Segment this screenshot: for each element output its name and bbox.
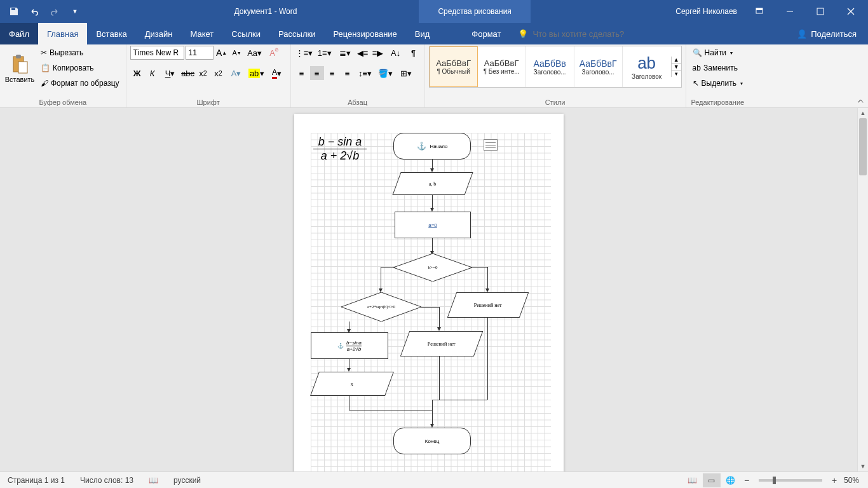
shape-decision-denom[interactable]: a+2*sqrt(b)<>0 bbox=[341, 292, 421, 322]
align-left-button[interactable]: ≡ bbox=[295, 66, 309, 80]
replace-button[interactable]: abЗаменить bbox=[690, 61, 745, 75]
copy-button[interactable]: 📋Копировать bbox=[38, 61, 122, 75]
maximize-button[interactable] bbox=[806, 0, 835, 23]
zoom-slider[interactable] bbox=[759, 479, 822, 482]
bullets-button[interactable]: ⋮≡▾ bbox=[295, 46, 314, 60]
search-icon: 🔍 bbox=[693, 48, 702, 57]
undo-button[interactable] bbox=[25, 3, 43, 20]
gallery-down[interactable]: ▼ bbox=[672, 64, 681, 71]
tab-review[interactable]: Рецензирование bbox=[324, 23, 405, 44]
tab-mailings[interactable]: Рассылки bbox=[269, 23, 324, 44]
minimize-button[interactable] bbox=[775, 0, 804, 23]
strikethrough-button[interactable]: abc bbox=[181, 66, 195, 80]
page-number[interactable]: Страница 1 из 1 bbox=[0, 476, 72, 485]
superscript-button[interactable]: x2 bbox=[212, 66, 226, 80]
shape-output-x[interactable]: x bbox=[315, 372, 390, 396]
sort-button[interactable]: A↓ bbox=[386, 46, 405, 60]
clear-formatting-button[interactable]: A⊘ bbox=[266, 46, 280, 60]
align-right-button[interactable]: ≡ bbox=[325, 66, 339, 80]
scroll-up-button[interactable]: ▲ bbox=[858, 108, 868, 118]
style-title[interactable]: аbЗаголовок bbox=[623, 46, 671, 87]
font-size-input[interactable] bbox=[186, 46, 214, 60]
collapse-ribbon-button[interactable]: ᨈ bbox=[858, 96, 864, 105]
scroll-down-button[interactable]: ▼ bbox=[858, 461, 868, 471]
save-button[interactable] bbox=[5, 3, 23, 20]
grow-font-button[interactable]: A▲ bbox=[215, 46, 229, 60]
gallery-more[interactable]: ▾ bbox=[672, 71, 681, 77]
tab-references[interactable]: Ссылки bbox=[222, 23, 269, 44]
shape-input-ab[interactable]: a, b bbox=[397, 172, 469, 195]
ribbon-display-options-button[interactable] bbox=[745, 0, 774, 23]
style-normal[interactable]: АаБбВвГ¶ Обычный bbox=[430, 46, 478, 87]
select-button[interactable]: ↖Выделить▾ bbox=[690, 76, 745, 90]
borders-button[interactable]: ⊞▾ bbox=[397, 66, 416, 80]
font-color-button[interactable]: A▾ bbox=[268, 66, 287, 80]
tab-view[interactable]: Вид bbox=[406, 23, 439, 44]
numbering-button[interactable]: 1≡▾ bbox=[315, 46, 334, 60]
language-button[interactable]: русский bbox=[166, 476, 208, 485]
highlight-button[interactable]: ab▾ bbox=[247, 66, 266, 80]
svg-rect-8 bbox=[18, 62, 27, 73]
style-heading2[interactable]: АаБбВвГЗаголово... bbox=[574, 46, 623, 87]
font-name-input[interactable] bbox=[130, 46, 184, 60]
formula-display[interactable]: b − sin a a + 2√b bbox=[313, 135, 367, 163]
shape-no-solution-center[interactable]: Решений нет bbox=[405, 331, 478, 356]
tab-design[interactable]: Дизайн bbox=[136, 23, 182, 44]
gallery-up[interactable]: ▲ bbox=[672, 57, 681, 64]
shrink-font-button[interactable]: A▼ bbox=[230, 46, 244, 60]
layout-options-icon[interactable] bbox=[484, 139, 498, 151]
shading-button[interactable]: 🪣▾ bbox=[376, 66, 395, 80]
tab-insert[interactable]: Вставка bbox=[87, 23, 135, 44]
share-button[interactable]: 👤 Поделиться bbox=[785, 23, 868, 44]
print-layout-button[interactable]: ▭ bbox=[703, 473, 721, 487]
vertical-scrollbar[interactable]: ▲ ▼ bbox=[857, 108, 868, 471]
tell-me-input[interactable] bbox=[533, 29, 698, 39]
web-layout-button[interactable]: 🌐 bbox=[722, 473, 740, 487]
spellcheck-button[interactable]: 📖 bbox=[141, 476, 166, 485]
shape-formula[interactable]: ⚓ b−sina a+2√b bbox=[311, 332, 388, 359]
scroll-thumb[interactable] bbox=[859, 118, 867, 175]
underline-button[interactable]: Ч▾ bbox=[161, 66, 180, 80]
close-button[interactable] bbox=[836, 0, 865, 23]
connector bbox=[432, 400, 433, 425]
shape-end[interactable]: Конец bbox=[393, 428, 471, 454]
align-center-button[interactable]: ≡ bbox=[310, 66, 324, 80]
page[interactable]: b − sin a a + 2√b ⚓ Начало a, b a=0 bbox=[294, 114, 564, 471]
multilevel-button[interactable]: ≣▾ bbox=[336, 46, 355, 60]
paste-button[interactable]: Вставить bbox=[4, 46, 36, 92]
shape-process[interactable]: a=0 bbox=[395, 212, 471, 238]
change-case-button[interactable]: Aa▾ bbox=[245, 46, 264, 60]
tab-file[interactable]: Файл bbox=[0, 23, 38, 44]
lightbulb-icon: 💡 bbox=[518, 29, 528, 39]
style-no-spacing[interactable]: АаБбВвГ¶ Без инте... bbox=[478, 46, 526, 87]
read-mode-button[interactable]: 📖 bbox=[684, 473, 702, 487]
justify-button[interactable]: ≡ bbox=[341, 66, 355, 80]
redo-button[interactable] bbox=[46, 3, 64, 20]
shape-no-solution-right[interactable]: Решений нет bbox=[452, 292, 524, 318]
word-count[interactable]: Число слов: 13 bbox=[72, 476, 141, 485]
user-name[interactable]: Сергей Николаев bbox=[669, 7, 743, 16]
shape-start[interactable]: ⚓ Начало bbox=[393, 133, 471, 159]
italic-button[interactable]: К bbox=[146, 66, 159, 80]
shape-decision-b[interactable]: b>=0 bbox=[393, 254, 472, 281]
show-marks-button[interactable]: ¶ bbox=[407, 46, 421, 60]
clipboard-group-label: Буфер обмена bbox=[4, 97, 122, 107]
bold-button[interactable]: Ж bbox=[130, 66, 144, 80]
format-painter-button[interactable]: 🖌Формат по образцу bbox=[38, 76, 122, 90]
increase-indent-button[interactable]: ≡▶ bbox=[371, 46, 385, 60]
cut-button[interactable]: ✂Вырезать bbox=[38, 46, 122, 60]
zoom-level[interactable]: 50% bbox=[841, 476, 862, 485]
tab-format[interactable]: Формат bbox=[463, 23, 510, 44]
line-spacing-button[interactable]: ↕≡▾ bbox=[356, 66, 375, 80]
decrease-indent-button[interactable]: ◀≡ bbox=[356, 46, 370, 60]
tab-layout[interactable]: Макет bbox=[181, 23, 222, 44]
text-effects-button[interactable]: A▾ bbox=[227, 66, 246, 80]
style-heading1[interactable]: АаБбВвЗаголово... bbox=[526, 46, 574, 87]
find-button[interactable]: 🔍Найти▾ bbox=[690, 46, 745, 60]
tab-home[interactable]: Главная bbox=[38, 23, 87, 44]
zoom-thumb[interactable] bbox=[773, 477, 776, 484]
subscript-button[interactable]: x2 bbox=[196, 66, 210, 80]
qat-customize-button[interactable]: ▼ bbox=[66, 3, 84, 20]
zoom-out-button[interactable]: − bbox=[741, 475, 752, 485]
zoom-in-button[interactable]: + bbox=[829, 475, 840, 485]
